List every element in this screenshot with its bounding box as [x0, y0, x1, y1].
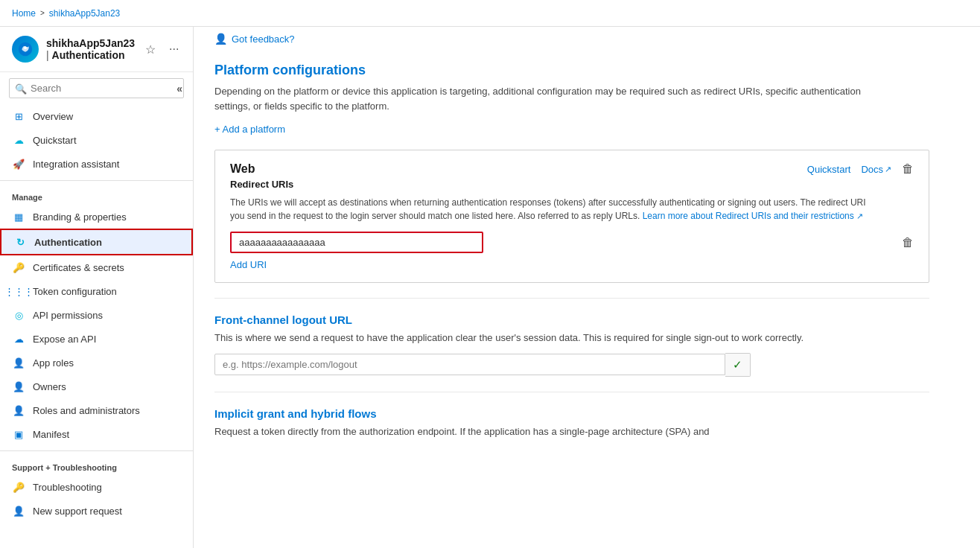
branding-icon: ▦ — [12, 210, 25, 223]
platform-title: Platform configurations — [214, 63, 959, 78]
sidebar: shikhaApp5Jan23 | Authentication ☆ ··· 🔍… — [0, 27, 194, 548]
sidebar-item-app-roles[interactable]: 👤 App roles — [0, 351, 193, 375]
sidebar-item-quickstart[interactable]: ☁ Quickstart — [0, 128, 193, 152]
sidebar-item-overview[interactable]: ⊞ Overview — [0, 104, 193, 128]
sidebar-label-owners: Owners — [33, 381, 66, 392]
breadcrumb-home[interactable]: Home — [12, 8, 36, 19]
owners-icon: 👤 — [12, 380, 25, 393]
support-section-label: Support + Troubleshooting — [0, 456, 193, 475]
breadcrumb-sep1: > — [40, 9, 45, 17]
cert-icon: 🔑 — [12, 261, 25, 274]
sidebar-label-troubleshooting: Troubleshooting — [33, 482, 102, 493]
logout-url-input[interactable] — [214, 354, 725, 375]
sidebar-label-api: API permissions — [33, 310, 103, 321]
sidebar-label-integration: Integration assistant — [33, 159, 119, 170]
token-icon: ⋮⋮⋮ — [12, 284, 25, 298]
platform-desc: Depending on the platform or device this… — [214, 84, 885, 113]
sidebar-label-new-support: New support request — [33, 506, 122, 517]
sidebar-label-approles: App roles — [33, 357, 74, 369]
support-icon: 👤 — [12, 504, 25, 517]
app-header: shikhaApp5Jan23 | Authentication ☆ ··· — [0, 27, 193, 72]
sidebar-label-quickstart: Quickstart — [33, 135, 77, 146]
collapse-button[interactable]: « — [176, 83, 182, 95]
sidebar-item-manifest[interactable]: ▣ Manifest — [0, 422, 193, 446]
feedback-row: 👤 Got feedback? — [194, 27, 980, 51]
more-options-button[interactable]: ··· — [166, 41, 182, 57]
logout-check-icon: ✓ — [725, 353, 751, 377]
app-icon — [12, 36, 39, 63]
content-body: Platform configurations Depending on the… — [194, 51, 980, 458]
delete-uri-button[interactable]: 🗑 — [902, 236, 914, 249]
support-divider — [0, 450, 193, 451]
implicit-desc: Request a token directly from the author… — [214, 424, 885, 439]
docs-label: Docs — [861, 164, 883, 175]
search-icon: 🔍 — [15, 83, 27, 94]
sidebar-item-certificates[interactable]: 🔑 Certificates & secrets — [0, 255, 193, 279]
sidebar-label-certificates: Certificates & secrets — [33, 262, 124, 273]
implicit-title: Implicit grant and hybrid flows — [214, 407, 959, 420]
sidebar-item-roles-admins[interactable]: 👤 Roles and administrators — [0, 398, 193, 422]
sidebar-item-expose-api[interactable]: ☁ Expose an API — [0, 327, 193, 351]
manifest-icon: ▣ — [12, 427, 25, 441]
app-name: shikhaApp5Jan23 — [46, 37, 135, 49]
sidebar-item-authentication[interactable]: ↻ Authentication — [0, 229, 193, 255]
section-divider-1 — [214, 298, 929, 299]
pin-button[interactable]: ☆ — [142, 41, 159, 58]
add-uri-button[interactable]: Add URI — [230, 259, 267, 270]
svg-point-1 — [24, 46, 27, 49]
delete-card-button[interactable]: 🗑 — [902, 162, 914, 176]
sidebar-item-troubleshooting[interactable]: 🔑 Troubleshooting — [0, 475, 193, 499]
sidebar-item-branding[interactable]: ▦ Branding & properties — [0, 205, 193, 229]
front-channel-section: Front-channel logout URL This is where w… — [214, 313, 959, 377]
cloud-icon: ☁ — [12, 133, 25, 147]
uri-input[interactable] — [230, 232, 483, 253]
sidebar-item-api-permissions[interactable]: ◎ API permissions — [0, 303, 193, 327]
web-platform-card: Web Quickstart Docs ↗ 🗑 Redirect URIs Th… — [214, 150, 929, 283]
sidebar-label-expose: Expose an API — [33, 334, 96, 345]
sidebar-label-roles-admins: Roles and administrators — [33, 405, 140, 416]
admin-icon: 👤 — [12, 404, 25, 417]
uri-input-row: 🗑 — [230, 232, 914, 253]
grid-icon: ⊞ — [12, 109, 25, 123]
front-channel-title: Front-channel logout URL — [214, 313, 959, 326]
sidebar-label-token: Token configuration — [33, 286, 117, 297]
platform-section: Platform configurations Depending on the… — [214, 63, 959, 135]
feedback-icon: 👤 — [214, 33, 227, 45]
breadcrumb: Home > shikhaApp5Jan23 — [12, 8, 120, 19]
page-title: Authentication — [52, 49, 125, 61]
add-platform-button[interactable]: + Add a platform — [214, 124, 285, 135]
feedback-link[interactable]: Got feedback? — [232, 34, 295, 45]
rocket-icon: 🚀 — [12, 157, 25, 171]
sidebar-label-authentication: Authentication — [34, 237, 102, 248]
sidebar-item-new-support[interactable]: 👤 New support request — [0, 499, 193, 523]
logout-input-row: ✓ — [214, 353, 751, 377]
quickstart-link[interactable]: Quickstart — [807, 164, 851, 175]
sidebar-item-owners[interactable]: 👤 Owners — [0, 375, 193, 398]
sidebar-label-branding: Branding & properties — [33, 211, 127, 223]
roles-icon: 👤 — [12, 356, 25, 369]
add-uri-label: Add URI — [230, 259, 267, 270]
expose-icon: ☁ — [12, 332, 25, 345]
manage-section-label: Manage — [0, 185, 193, 205]
redirect-link[interactable]: ↗ — [856, 211, 863, 220]
redirect-desc: The URIs we will accept as destinations … — [230, 196, 871, 223]
manage-divider — [0, 180, 193, 181]
search-input[interactable] — [9, 78, 184, 98]
external-link-icon: ↗ — [885, 165, 891, 174]
sidebar-item-integration[interactable]: 🚀 Integration assistant — [0, 152, 193, 176]
card-actions: Quickstart Docs ↗ 🗑 — [807, 162, 914, 176]
add-platform-label: + Add a platform — [214, 124, 285, 135]
breadcrumb-app[interactable]: shikhaApp5Jan23 — [49, 8, 120, 19]
sidebar-label-manifest: Manifest — [33, 429, 69, 440]
redirect-title: Redirect URIs — [230, 179, 914, 190]
web-title: Web — [230, 162, 255, 176]
main-content: 👤 Got feedback? Platform configurations … — [194, 27, 980, 548]
auth-icon: ↻ — [13, 235, 27, 249]
docs-link[interactable]: Docs ↗ — [861, 164, 891, 175]
sidebar-label-overview: Overview — [33, 111, 73, 122]
sidebar-item-token-config[interactable]: ⋮⋮⋮ Token configuration — [0, 279, 193, 303]
section-divider-2 — [214, 392, 929, 392]
redirect-learn-more-link[interactable]: Learn more about Redirect URIs and their… — [643, 211, 854, 221]
front-channel-desc: This is where we send a request to have … — [214, 331, 885, 345]
implicit-section: Implicit grant and hybrid flows Request … — [214, 407, 959, 439]
